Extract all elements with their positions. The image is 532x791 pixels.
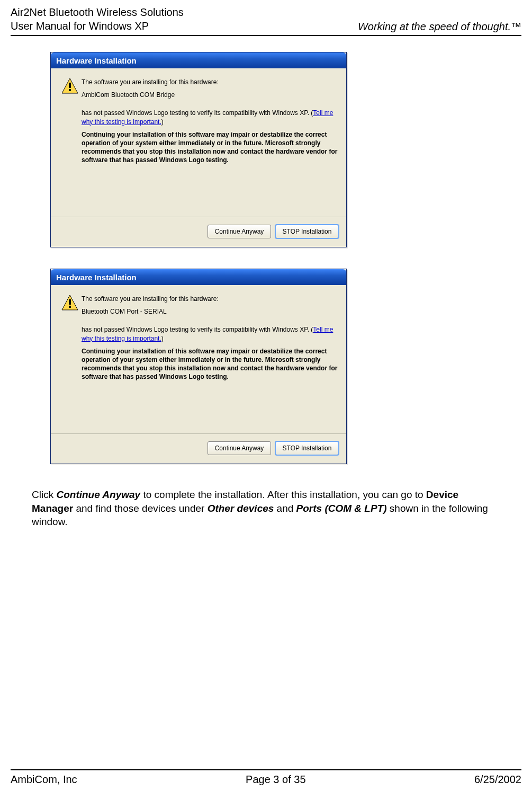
- dialog-footer: Continue Anyway STOP Installation: [51, 217, 346, 247]
- header-left: Air2Net Bluetooth Wireless Solutions Use…: [11, 5, 184, 33]
- continue-anyway-button[interactable]: Continue Anyway: [208, 225, 271, 238]
- svg-rect-2: [69, 89, 71, 91]
- company-name: AmbiCom, Inc: [11, 774, 77, 786]
- stop-installation-button[interactable]: STOP Installation: [275, 441, 339, 455]
- dialog-titlebar: Hardware Installation: [51, 269, 346, 285]
- svg-rect-1: [69, 83, 71, 88]
- page-footer: AmbiCom, Inc Page 3 of 35 6/25/2002: [11, 769, 521, 786]
- device-name: AmbiCom Bluetooth COM Bridge: [82, 91, 339, 99]
- warning-icon: [61, 295, 78, 310]
- page-number: Page 3 of 35: [246, 774, 305, 786]
- intro-text: The software you are installing for this…: [82, 295, 339, 303]
- dialog-footer: Continue Anyway STOP Installation: [51, 433, 346, 464]
- dialog-content: The software you are installing for this…: [82, 78, 339, 211]
- icon-column: [58, 295, 82, 428]
- dialog-title: Hardware Installation: [56, 56, 137, 65]
- document-page: Air2Net Bluetooth Wireless Solutions Use…: [0, 0, 532, 791]
- svg-rect-4: [69, 299, 71, 305]
- continue-anyway-button[interactable]: Continue Anyway: [208, 441, 271, 455]
- warning-text: Continuing your installation of this sof…: [82, 347, 339, 381]
- manual-name: User Manual for Windows XP: [11, 19, 184, 33]
- dialog-content: The software you are installing for this…: [82, 295, 339, 428]
- svg-rect-5: [69, 306, 71, 308]
- dialog-title: Hardware Installation: [56, 273, 137, 282]
- footer-date: 6/25/2002: [474, 774, 521, 786]
- warning-icon: [61, 78, 78, 94]
- warning-text: Continuing your installation of this sof…: [82, 130, 339, 165]
- continue-anyway-label: Continue Anyway: [56, 489, 140, 500]
- ports-label: Ports (COM & LPT): [296, 503, 387, 514]
- hardware-installation-dialog-2: Hardware Installation The software you a…: [50, 269, 347, 464]
- page-header: Air2Net Bluetooth Wireless Solutions Use…: [11, 5, 521, 36]
- dialog-titlebar: Hardware Installation: [51, 52, 346, 68]
- instruction-paragraph: Click Continue Anyway to complete the in…: [32, 488, 500, 529]
- dialogs-container: Hardware Installation The software you a…: [48, 52, 349, 464]
- dialog-body: The software you are installing for this…: [51, 68, 346, 217]
- icon-column: [58, 78, 82, 211]
- product-name: Air2Net Bluetooth Wireless Solutions: [11, 5, 184, 19]
- not-passed-text: has not passed Windows Logo testing to v…: [82, 325, 339, 342]
- other-devices-label: Other devices: [208, 503, 274, 514]
- stop-installation-button[interactable]: STOP Installation: [275, 225, 339, 238]
- hardware-installation-dialog-1: Hardware Installation The software you a…: [50, 52, 347, 247]
- device-name: Bluetooth COM Port - SERIAL: [82, 307, 339, 316]
- tagline: Working at the speed of thought.™: [358, 21, 521, 33]
- dialog-body: The software you are installing for this…: [51, 285, 346, 433]
- not-passed-text: has not passed Windows Logo testing to v…: [82, 109, 339, 126]
- intro-text: The software you are installing for this…: [82, 78, 339, 86]
